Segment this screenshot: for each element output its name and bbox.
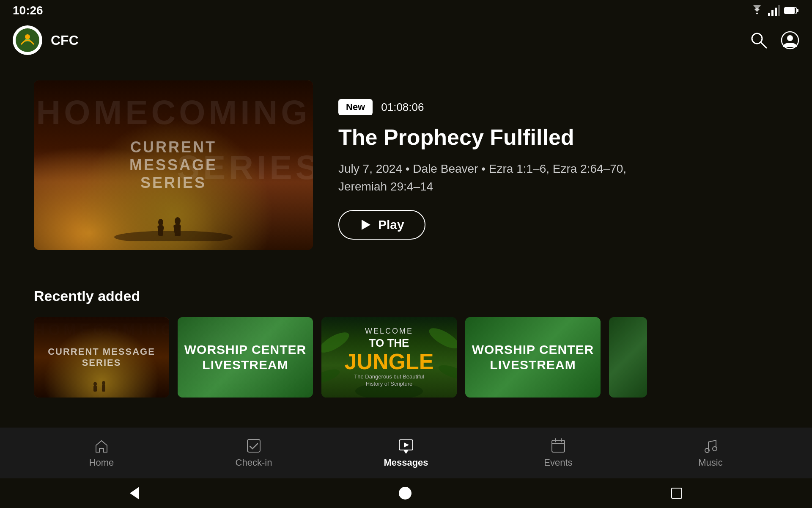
svg-rect-5: [797, 9, 798, 12]
svg-rect-38: [552, 440, 565, 452]
play-label: Play: [378, 218, 404, 232]
jungle-to-the: TO THE: [369, 337, 409, 350]
svg-point-26: [102, 381, 105, 385]
svg-point-30: [321, 367, 341, 386]
recently-added-section: Recently added HOMECOMING CURRENT MESSAG…: [0, 288, 812, 398]
status-time: 10:26: [13, 4, 43, 17]
recents-button[interactable]: [671, 488, 682, 499]
logo-icon: [15, 28, 40, 53]
app-bar-right: [749, 31, 799, 50]
app-bar: CFC: [0, 21, 812, 59]
svg-marker-35: [403, 450, 409, 454]
hero-title: The Prophecy Fulfilled: [338, 125, 778, 149]
bottom-nav: Home Check-in Messages Events: [0, 428, 812, 478]
svg-point-15: [158, 219, 163, 226]
svg-point-24: [93, 382, 97, 386]
card-label: CURRENT MESSAGE SERIES: [34, 346, 169, 368]
silhouette-icon: [110, 199, 237, 241]
recently-added-title: Recently added: [34, 288, 778, 304]
nav-label-home: Home: [89, 457, 114, 468]
signal-icon: [768, 5, 781, 16]
new-badge: New: [338, 99, 373, 115]
homecoming-bg-text: HOMECOMING: [34, 93, 313, 132]
list-item[interactable]: HOMECOMING CURRENT MESSAGE SERIES: [34, 317, 169, 398]
nav-item-music[interactable]: Music: [685, 438, 736, 468]
events-icon: [550, 438, 566, 454]
hero-label: CURRENT MESSAGE SERIES: [104, 138, 243, 192]
search-icon: [749, 31, 768, 50]
svg-rect-1: [771, 10, 774, 16]
nav-label-messages: Messages: [384, 457, 428, 468]
messages-icon: [398, 438, 414, 454]
list-item[interactable]: WORSHIP CENTERLIVESTREAM: [465, 317, 601, 398]
home-icon: [93, 438, 110, 454]
hero-section: HOMECOMING SERIES CURRENT MESSAGE SERIES…: [0, 59, 812, 271]
music-icon: [702, 438, 719, 454]
nav-item-home[interactable]: Home: [76, 438, 127, 468]
svg-point-31: [437, 362, 457, 382]
jungle-bg: WELCOME TO THE JUNGLE The Dangerous but …: [321, 317, 457, 398]
nav-label-events: Events: [544, 457, 572, 468]
nav-item-checkin[interactable]: Check-in: [228, 438, 279, 468]
play-icon: [359, 219, 371, 231]
svg-point-13: [787, 35, 793, 41]
svg-point-14: [114, 231, 233, 241]
list-item[interactable]: WELCOME TO THE JUNGLE The Dangerous but …: [321, 317, 457, 398]
checkin-icon: [246, 438, 262, 454]
svg-rect-0: [768, 13, 770, 16]
play-button[interactable]: Play: [338, 210, 425, 240]
duration-badge: 01:08:06: [381, 101, 424, 114]
svg-point-43: [713, 447, 717, 451]
profile-icon: [781, 31, 799, 50]
status-icons: [749, 5, 799, 16]
svg-rect-3: [778, 5, 780, 16]
jungle-jungle: JUNGLE: [345, 351, 434, 373]
back-button[interactable]: [130, 487, 139, 500]
app-bar-left: CFC: [13, 25, 79, 55]
hero-meta: July 7, 2024 • Dale Beaver • Ezra 1:1–6,…: [338, 160, 778, 196]
recents-square-icon: [671, 488, 682, 499]
svg-rect-2: [775, 8, 777, 16]
card-worship-label: WORSHIP CENTERLIVESTREAM: [180, 338, 310, 377]
cards-row: HOMECOMING CURRENT MESSAGE SERIES WORSHI…: [34, 317, 778, 398]
hero-thumbnail[interactable]: HOMECOMING SERIES CURRENT MESSAGE SERIES: [34, 80, 313, 250]
profile-button[interactable]: [781, 31, 799, 50]
svg-rect-27: [102, 385, 105, 392]
svg-rect-25: [93, 386, 97, 392]
svg-point-9: [25, 34, 30, 39]
svg-point-19: [175, 217, 181, 225]
home-button[interactable]: [399, 487, 411, 500]
jungle-subtitle: The Dangerous but BeautifulHistory of Sc…: [354, 373, 424, 388]
app-logo[interactable]: [13, 25, 42, 55]
nav-item-events[interactable]: Events: [533, 438, 584, 468]
list-item[interactable]: WORSHIP CENTERLIVESTREAM: [178, 317, 313, 398]
svg-marker-23: [362, 220, 370, 230]
card-silhouette-icon: [72, 372, 131, 393]
card-worship-label-2: WORSHIP CENTERLIVESTREAM: [468, 338, 598, 377]
battery-icon: [784, 6, 799, 15]
system-nav: [0, 478, 812, 508]
home-circle-icon: [399, 487, 411, 500]
svg-rect-33: [247, 439, 260, 452]
search-button[interactable]: [749, 31, 768, 50]
svg-rect-7: [785, 8, 795, 14]
nav-item-messages[interactable]: Messages: [381, 438, 431, 468]
svg-line-11: [761, 42, 766, 48]
status-bar: 10:26: [0, 0, 812, 21]
list-item[interactable]: [609, 317, 647, 398]
back-triangle-icon: [130, 487, 139, 500]
app-title: CFC: [51, 33, 79, 48]
jungle-welcome: WELCOME: [365, 327, 413, 336]
svg-marker-37: [404, 442, 409, 447]
nav-label-music: Music: [698, 457, 722, 468]
nav-label-checkin: Check-in: [236, 457, 272, 468]
wifi-icon: [749, 5, 765, 16]
hero-badges: New 01:08:06: [338, 99, 778, 115]
card-bg-text: HOMECOMING: [34, 321, 169, 339]
hero-info: New 01:08:06 The Prophecy Fulfilled July…: [338, 91, 778, 239]
